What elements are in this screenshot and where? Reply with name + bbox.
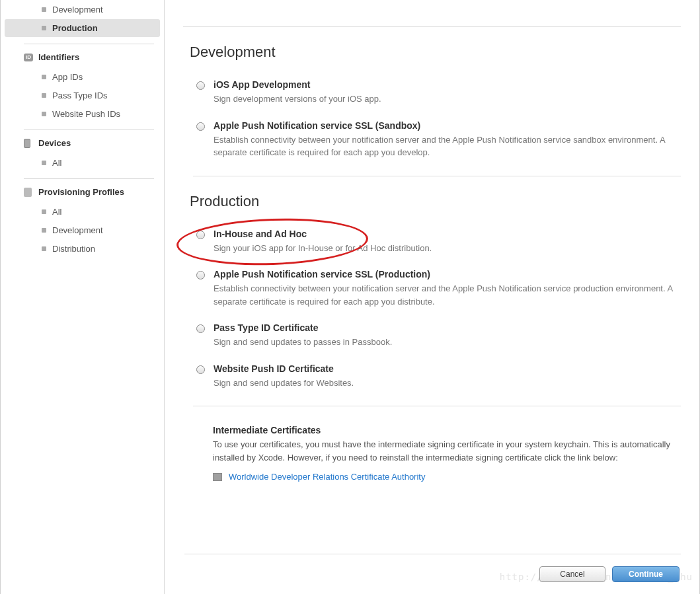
section-title: Identifiers — [38, 52, 79, 62]
radio-icon[interactable] — [196, 231, 205, 239]
sidebar-divider — [24, 44, 154, 44]
sidebar-item-cert-production[interactable]: Production — [5, 19, 160, 37]
option-title: Pass Type ID Certificate — [214, 322, 681, 333]
option-title: Apple Push Notification service SSL (San… — [214, 120, 681, 131]
option-title: Apple Push Notification service SSL (Pro… — [214, 269, 681, 279]
intermediate-text: To use your certificates, you must have … — [213, 438, 681, 464]
sidebar-item-label: Development — [52, 5, 103, 15]
sidebar-item-cert-development[interactable]: Development — [5, 1, 160, 19]
option-desc: Sign and send updates to passes in Passb… — [214, 336, 681, 349]
option-desc: Establish connectivity between your noti… — [214, 133, 681, 159]
radio-icon[interactable] — [196, 81, 205, 90]
option-title: iOS App Development — [214, 79, 681, 90]
option-pass-type-cert[interactable]: Pass Type ID Certificate Sign and send u… — [183, 322, 681, 349]
sidebar-divider — [24, 130, 154, 130]
option-apns-sandbox[interactable]: Apple Push Notification service SSL (San… — [183, 120, 681, 159]
production-section-title: Production — [183, 193, 681, 210]
sidebar-item-website-push-ids[interactable]: Website Push IDs — [5, 105, 160, 123]
sidebar-item-label: App IDs — [52, 72, 83, 82]
bullet-icon — [42, 75, 46, 79]
option-ios-app-development[interactable]: iOS App Development Sign development ver… — [183, 79, 681, 106]
bullet-icon — [42, 7, 46, 12]
option-apns-production[interactable]: Apple Push Notification service SSL (Pro… — [183, 269, 681, 308]
option-desc: Sign and send updates for Websites. — [214, 377, 681, 390]
radio-icon[interactable] — [196, 271, 205, 279]
sidebar-item-app-ids[interactable]: App IDs — [5, 68, 160, 86]
bullet-icon — [42, 26, 46, 30]
sidebar-item-label: Production — [52, 23, 98, 33]
radio-icon[interactable] — [196, 324, 205, 333]
sidebar-item-label: Distribution — [52, 244, 95, 254]
sidebar-divider — [24, 178, 154, 179]
section-divider — [193, 406, 681, 406]
wwdr-cert-link[interactable]: Worldwide Developer Relations Certificat… — [229, 472, 425, 482]
sidebar-item-label: All — [52, 207, 61, 217]
certificate-icon — [213, 473, 222, 481]
sidebar-item-profiles-distribution[interactable]: Distribution — [5, 240, 160, 258]
radio-icon[interactable] — [196, 122, 205, 131]
option-website-push-cert[interactable]: Website Push ID Certificate Sign and sen… — [183, 363, 681, 390]
main-content: Development iOS App Development Sign dev… — [165, 0, 699, 594]
section-title: Provisioning Profiles — [38, 187, 124, 197]
section-divider — [193, 176, 681, 176]
sidebar-section-profiles[interactable]: Provisioning Profiles — [1, 182, 164, 202]
development-section-title: Development — [183, 44, 681, 61]
sidebar: Development Production ID Identifiers Ap… — [1, 0, 165, 594]
bottom-divider — [184, 554, 681, 554]
sidebar-item-profiles-all[interactable]: All — [5, 203, 160, 221]
profile-icon — [24, 188, 32, 197]
device-icon — [24, 139, 30, 148]
intermediate-certificates: Intermediate Certificates To use your ce… — [183, 425, 681, 482]
bullet-icon — [42, 246, 46, 251]
bullet-icon — [42, 209, 46, 214]
option-title: Website Push ID Certificate — [214, 363, 681, 374]
continue-button[interactable]: Continue — [612, 566, 680, 582]
sidebar-item-label: Pass Type IDs — [52, 91, 108, 100]
radio-icon[interactable] — [196, 365, 205, 374]
sidebar-item-label: Website Push IDs — [52, 109, 120, 119]
option-desc: Sign your iOS app for In-House or for Ad… — [214, 242, 681, 255]
bullet-icon — [42, 228, 46, 233]
id-icon: ID — [24, 54, 33, 61]
sidebar-item-pass-type-ids[interactable]: Pass Type IDs — [5, 87, 160, 104]
main-divider — [183, 26, 681, 27]
option-title: In-House and Ad Hoc — [214, 229, 681, 239]
intermediate-title: Intermediate Certificates — [213, 425, 681, 435]
sidebar-section-identifiers[interactable]: ID Identifiers — [1, 47, 164, 67]
button-bar: Cancel Continue — [539, 566, 680, 582]
bullet-icon — [42, 112, 46, 116]
sidebar-item-devices-all[interactable]: All — [5, 154, 160, 172]
option-desc: Sign development versions of your iOS ap… — [214, 93, 681, 106]
sidebar-item-profiles-development[interactable]: Development — [5, 221, 160, 239]
sidebar-item-label: All — [52, 158, 61, 168]
sidebar-section-devices[interactable]: Devices — [1, 133, 164, 153]
bullet-icon — [42, 161, 46, 165]
section-title: Devices — [38, 138, 71, 148]
cancel-button[interactable]: Cancel — [539, 566, 605, 582]
option-desc: Establish connectivity between your noti… — [214, 282, 681, 308]
option-inhouse-adhoc[interactable]: In-House and Ad Hoc Sign your iOS app fo… — [183, 229, 681, 255]
bullet-icon — [42, 93, 46, 98]
sidebar-item-label: Development — [52, 225, 103, 235]
